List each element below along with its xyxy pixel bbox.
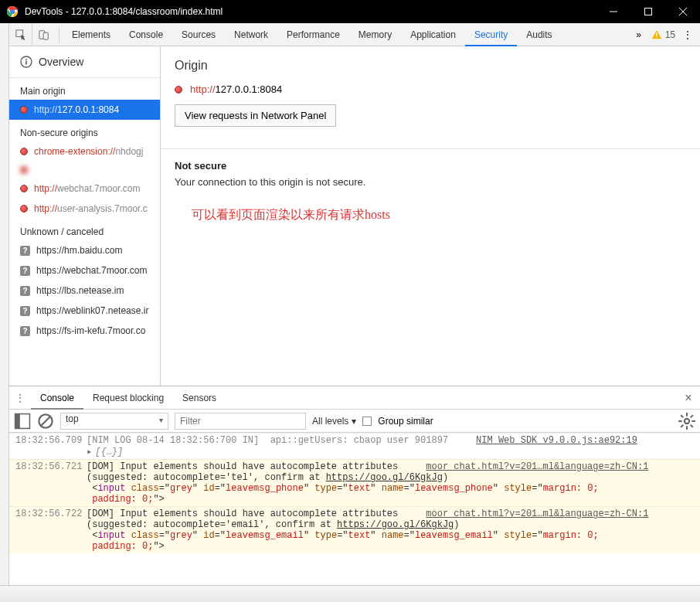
tab-memory[interactable]: Memory [349,23,401,46]
info-icon [20,56,32,68]
insecure-dot-icon [20,106,28,114]
left-gutter [0,23,9,602]
warnings-count: 15 [665,29,675,40]
overview-item[interactable]: Overview [9,46,160,78]
console-toolbar: top All levels ▾ Group similar [9,410,700,433]
unknown-icon: ? [20,306,30,316]
unknown-icon: ? [20,246,30,256]
console-message[interactable]: 18:32:56.722[DOM] Input elements should … [9,506,700,553]
tab-application[interactable]: Application [401,23,465,46]
tab-elements[interactable]: Elements [63,23,120,46]
context-select[interactable]: top [60,413,168,430]
insecure-dot-icon [20,148,28,155]
unknown-icon: ? [20,286,30,296]
device-toolbar-icon[interactable] [32,23,56,46]
origin-item[interactable]: ?https://lbs.netease.im [9,281,160,301]
unknown-icon: ? [20,266,30,276]
panel-tabs: ElementsConsoleSourcesNetworkPerformance… [63,23,631,46]
svg-line-24 [691,424,693,427]
window-title: DevTools - 127.0.0.1:8084/classroom/inde… [25,6,223,17]
origin-item[interactable]: ?https://fs-im-kefu.7moor.co [9,321,160,341]
warnings-badge[interactable]: 15 [651,29,675,40]
insecure-dot-icon [20,166,28,174]
origin-value: http://127.0.0.1:8084 [175,83,686,95]
origin-item[interactable]: http://user-analysis.7moor.c [9,199,160,219]
svg-point-18 [685,418,689,423]
inspect-element-icon[interactable] [9,23,32,46]
chrome-icon [6,5,19,18]
tab-performance[interactable]: Performance [277,23,349,46]
origin-item[interactable]: http://webchat.7moor.com [9,179,160,199]
tab-console[interactable]: Console [120,23,172,46]
window-close-button[interactable] [665,0,700,23]
drawer: ⋮ ConsoleRequest blockingSensors × top A… [9,386,700,602]
insecure-dot-icon [20,185,28,192]
main-origin-heading: Main origin [9,78,160,100]
kebab-menu-icon[interactable]: ⋮ [680,29,695,40]
not-secure-heading: Not secure [175,160,686,172]
security-sidebar: Overview Main origin http://127.0.0.1:80… [9,46,161,386]
svg-rect-3 [644,9,651,15]
svg-rect-9 [656,32,657,36]
drawer-more-icon[interactable]: ⋮ [9,393,31,403]
drawer-tab-sensors[interactable]: Sensors [173,386,226,410]
tab-sources[interactable]: Sources [172,23,225,46]
svg-rect-8 [43,32,48,39]
tab-security[interactable]: Security [465,23,517,46]
insecure-dot-icon [175,86,182,94]
svg-line-23 [681,415,683,417]
window-titlebar: DevTools - 127.0.0.1:8084/classroom/inde… [0,0,700,23]
console-message[interactable]: 18:32:56.721[DOM] Input elements should … [9,459,700,506]
unknown-heading: Unknown / canceled [9,219,160,240]
drawer-tabs: ⋮ ConsoleRequest blockingSensors × [9,386,700,410]
svg-rect-12 [25,61,27,65]
console-settings-icon[interactable] [678,413,695,430]
log-levels-select[interactable]: All levels ▾ [312,416,356,427]
origin-item[interactable]: chrome-extension://nhdogj [9,141,160,162]
devtools-toolbar: ElementsConsoleSourcesNetworkPerformance… [9,23,700,46]
origin-item[interactable]: ?https://hm.baidu.com [9,240,160,260]
svg-line-17 [41,416,51,426]
svg-rect-10 [656,36,657,37]
overview-label: Overview [39,56,83,68]
security-detail-pane: Origin http://127.0.0.1:8084 View reques… [161,46,700,386]
clear-console-icon[interactable] [37,413,54,430]
drawer-tab-console[interactable]: Console [31,386,83,410]
more-tabs-icon[interactable]: » [631,29,647,40]
drawer-close-button[interactable]: × [677,391,700,405]
svg-rect-13 [25,59,27,60]
tab-audits[interactable]: Audits [517,23,561,46]
insecure-dot-icon [20,205,28,213]
tab-network[interactable]: Network [225,23,277,46]
origin-item[interactable]: ?https://webchat.7moor.com [9,260,160,281]
drawer-tab-request-blocking[interactable]: Request blocking [83,386,173,410]
console-log[interactable]: 18:32:56.709[NIM LOG 08-14 18:32:56:700 … [9,433,700,588]
view-requests-button[interactable]: View requests in Network Panel [175,104,336,127]
group-similar-label: Group similar [378,416,433,427]
main-origin-item[interactable]: http://127.0.0.1:8084 [9,100,160,120]
image-footer-bar [0,585,700,602]
window-maximize-button[interactable] [630,0,665,23]
svg-line-26 [681,424,683,427]
svg-rect-15 [15,413,20,428]
window-minimize-button[interactable] [596,0,630,23]
not-secure-desc: Your connection to this origin is not se… [175,176,686,188]
origin-item[interactable]: ?https://weblink07.netease.ir [9,301,160,321]
origin-item[interactable] [9,162,160,179]
unknown-icon: ? [20,326,30,336]
console-filter-input[interactable] [175,413,306,430]
annotation-text: 可以看到页面渲染以来所有请求hosts [192,207,390,223]
origin-heading: Origin [175,59,686,73]
nonsecure-heading: Non-secure origins [9,120,160,141]
svg-line-25 [691,415,693,417]
console-sidebar-toggle-icon[interactable] [14,413,31,430]
group-similar-checkbox[interactable] [362,417,372,426]
